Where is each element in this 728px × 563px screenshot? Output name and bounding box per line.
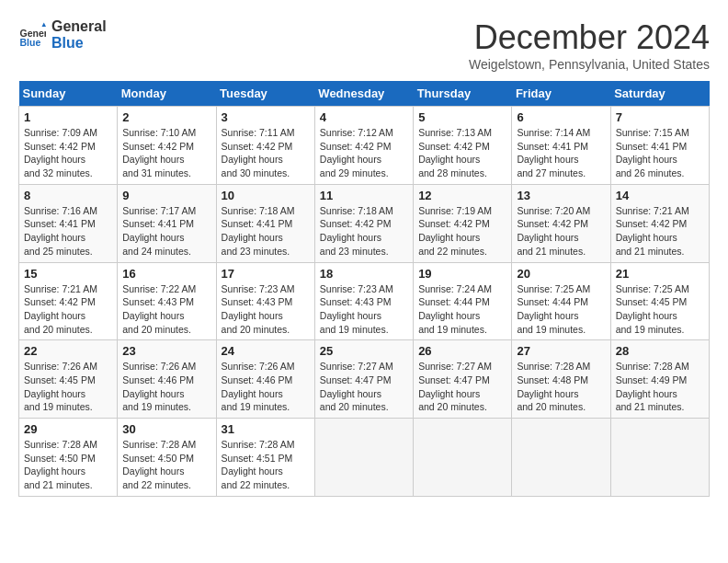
day-number: 11 — [320, 189, 408, 202]
cell-text: Sunrise: 7:23 AMSunset: 4:43 PMDaylight … — [222, 283, 295, 335]
location: Weigelstown, Pennsylvania, United States — [469, 57, 710, 72]
day-cell-8: 8 Sunrise: 7:16 AMSunset: 4:41 PMDayligh… — [19, 184, 118, 262]
svg-marker-2 — [42, 22, 47, 27]
cell-text: Sunrise: 7:28 AMSunset: 4:49 PMDaylight … — [616, 361, 689, 412]
cell-text: Sunrise: 7:17 AMSunset: 4:41 PMDaylight … — [122, 205, 196, 257]
day-cell-3: 3 Sunrise: 7:11 AMSunset: 4:42 PMDayligh… — [216, 107, 314, 185]
day-cell-1: 1 Sunrise: 7:09 AMSunset: 4:42 PMDayligh… — [19, 107, 118, 185]
day-cell-17: 17 Sunrise: 7:23 AMSunset: 4:43 PMDaylig… — [216, 262, 314, 340]
day-number: 16 — [122, 267, 210, 281]
day-number: 1 — [24, 110, 112, 124]
cell-text: Sunrise: 7:21 AMSunset: 4:42 PMDaylight … — [616, 205, 689, 257]
day-number: 6 — [517, 110, 605, 124]
day-cell-5: 5 Sunrise: 7:13 AMSunset: 4:42 PMDayligh… — [414, 107, 512, 185]
week-row-1: 1 Sunrise: 7:09 AMSunset: 4:42 PMDayligh… — [19, 107, 710, 185]
day-number: 22 — [24, 344, 112, 358]
day-cell-16: 16 Sunrise: 7:22 AMSunset: 4:43 PMDaylig… — [118, 262, 216, 340]
col-header-sunday: Sunday — [19, 81, 118, 107]
cell-text: Sunrise: 7:26 AMSunset: 4:46 PMDaylight … — [122, 361, 196, 412]
title-area: December 2024 Weigelstown, Pennsylvania,… — [469, 18, 710, 72]
day-number: 8 — [24, 189, 112, 202]
day-cell-10: 10 Sunrise: 7:18 AMSunset: 4:41 PMDaylig… — [216, 184, 314, 262]
col-header-tuesday: Tuesday — [216, 81, 314, 107]
day-number: 2 — [122, 110, 210, 124]
header-row: SundayMondayTuesdayWednesdayThursdayFrid… — [19, 81, 710, 107]
cell-text: Sunrise: 7:28 AMSunset: 4:51 PMDaylight … — [222, 439, 295, 490]
day-number: 31 — [222, 422, 310, 436]
day-cell-26: 26 Sunrise: 7:27 AMSunset: 4:47 PMDaylig… — [414, 340, 512, 419]
day-number: 7 — [616, 110, 704, 124]
empty-cell — [610, 419, 709, 497]
col-header-thursday: Thursday — [414, 81, 512, 107]
day-number: 18 — [320, 267, 408, 281]
cell-text: Sunrise: 7:18 AMSunset: 4:42 PMDaylight … — [320, 205, 393, 257]
logo-line1: General — [51, 18, 107, 35]
week-row-3: 15 Sunrise: 7:21 AMSunset: 4:42 PMDaylig… — [19, 262, 710, 340]
col-header-monday: Monday — [118, 81, 216, 107]
cell-text: Sunrise: 7:19 AMSunset: 4:42 PMDaylight … — [418, 205, 492, 257]
day-cell-30: 30 Sunrise: 7:28 AMSunset: 4:50 PMDaylig… — [118, 419, 216, 497]
day-number: 24 — [222, 344, 310, 358]
cell-text: Sunrise: 7:15 AMSunset: 4:41 PMDaylight … — [616, 127, 689, 178]
cell-text: Sunrise: 7:12 AMSunset: 4:42 PMDaylight … — [320, 127, 393, 178]
day-number: 27 — [517, 344, 605, 358]
logo-icon: General Blue — [18, 21, 46, 49]
cell-text: Sunrise: 7:27 AMSunset: 4:47 PMDaylight … — [418, 361, 492, 412]
cell-text: Sunrise: 7:26 AMSunset: 4:46 PMDaylight … — [222, 361, 295, 412]
day-cell-14: 14 Sunrise: 7:21 AMSunset: 4:42 PMDaylig… — [610, 184, 709, 262]
day-number: 9 — [122, 189, 210, 202]
day-cell-27: 27 Sunrise: 7:28 AMSunset: 4:48 PMDaylig… — [512, 340, 610, 419]
day-cell-13: 13 Sunrise: 7:20 AMSunset: 4:42 PMDaylig… — [512, 184, 610, 262]
day-number: 14 — [616, 189, 704, 202]
day-cell-18: 18 Sunrise: 7:23 AMSunset: 4:43 PMDaylig… — [314, 262, 413, 340]
day-cell-22: 22 Sunrise: 7:26 AMSunset: 4:45 PMDaylig… — [19, 340, 118, 419]
cell-text: Sunrise: 7:22 AMSunset: 4:43 PMDaylight … — [122, 283, 196, 335]
day-number: 30 — [122, 422, 210, 436]
day-cell-4: 4 Sunrise: 7:12 AMSunset: 4:42 PMDayligh… — [314, 107, 413, 185]
col-header-wednesday: Wednesday — [314, 81, 413, 107]
cell-text: Sunrise: 7:28 AMSunset: 4:50 PMDaylight … — [122, 439, 196, 490]
cell-text: Sunrise: 7:20 AMSunset: 4:42 PMDaylight … — [517, 205, 590, 257]
cell-text: Sunrise: 7:24 AMSunset: 4:44 PMDaylight … — [418, 283, 492, 335]
week-row-4: 22 Sunrise: 7:26 AMSunset: 4:45 PMDaylig… — [19, 340, 710, 419]
day-cell-21: 21 Sunrise: 7:25 AMSunset: 4:45 PMDaylig… — [610, 262, 709, 340]
day-number: 23 — [122, 344, 210, 358]
day-cell-9: 9 Sunrise: 7:17 AMSunset: 4:41 PMDayligh… — [118, 184, 216, 262]
svg-text:Blue: Blue — [20, 37, 41, 48]
col-header-friday: Friday — [512, 81, 610, 107]
day-number: 20 — [517, 267, 605, 281]
day-number: 12 — [418, 189, 506, 202]
week-row-2: 8 Sunrise: 7:16 AMSunset: 4:41 PMDayligh… — [19, 184, 710, 262]
day-number: 29 — [24, 422, 112, 436]
day-cell-7: 7 Sunrise: 7:15 AMSunset: 4:41 PMDayligh… — [610, 107, 709, 185]
day-number: 10 — [222, 189, 310, 202]
cell-text: Sunrise: 7:28 AMSunset: 4:50 PMDaylight … — [24, 439, 97, 490]
day-number: 17 — [222, 267, 310, 281]
day-number: 13 — [517, 189, 605, 202]
day-cell-23: 23 Sunrise: 7:26 AMSunset: 4:46 PMDaylig… — [118, 340, 216, 419]
cell-text: Sunrise: 7:09 AMSunset: 4:42 PMDaylight … — [24, 127, 97, 178]
page-header: General Blue General Blue December 2024 … — [18, 18, 710, 72]
day-number: 26 — [418, 344, 506, 358]
cell-text: Sunrise: 7:13 AMSunset: 4:42 PMDaylight … — [418, 127, 492, 178]
cell-text: Sunrise: 7:27 AMSunset: 4:47 PMDaylight … — [320, 361, 393, 412]
day-cell-31: 31 Sunrise: 7:28 AMSunset: 4:51 PMDaylig… — [216, 419, 314, 497]
week-row-5: 29 Sunrise: 7:28 AMSunset: 4:50 PMDaylig… — [19, 419, 710, 497]
day-cell-24: 24 Sunrise: 7:26 AMSunset: 4:46 PMDaylig… — [216, 340, 314, 419]
cell-text: Sunrise: 7:28 AMSunset: 4:48 PMDaylight … — [517, 361, 590, 412]
day-cell-29: 29 Sunrise: 7:28 AMSunset: 4:50 PMDaylig… — [19, 419, 118, 497]
cell-text: Sunrise: 7:26 AMSunset: 4:45 PMDaylight … — [24, 361, 97, 412]
day-cell-2: 2 Sunrise: 7:10 AMSunset: 4:42 PMDayligh… — [118, 107, 216, 185]
cell-text: Sunrise: 7:25 AMSunset: 4:45 PMDaylight … — [616, 283, 689, 335]
cell-text: Sunrise: 7:10 AMSunset: 4:42 PMDaylight … — [122, 127, 196, 178]
cell-text: Sunrise: 7:18 AMSunset: 4:41 PMDaylight … — [222, 205, 295, 257]
calendar-table: SundayMondayTuesdayWednesdayThursdayFrid… — [18, 81, 710, 497]
day-cell-25: 25 Sunrise: 7:27 AMSunset: 4:47 PMDaylig… — [314, 340, 413, 419]
day-cell-28: 28 Sunrise: 7:28 AMSunset: 4:49 PMDaylig… — [610, 340, 709, 419]
day-number: 3 — [222, 110, 310, 124]
cell-text: Sunrise: 7:25 AMSunset: 4:44 PMDaylight … — [517, 283, 590, 335]
cell-text: Sunrise: 7:16 AMSunset: 4:41 PMDaylight … — [24, 205, 97, 257]
day-cell-12: 12 Sunrise: 7:19 AMSunset: 4:42 PMDaylig… — [414, 184, 512, 262]
day-number: 25 — [320, 344, 408, 358]
empty-cell — [314, 419, 413, 497]
